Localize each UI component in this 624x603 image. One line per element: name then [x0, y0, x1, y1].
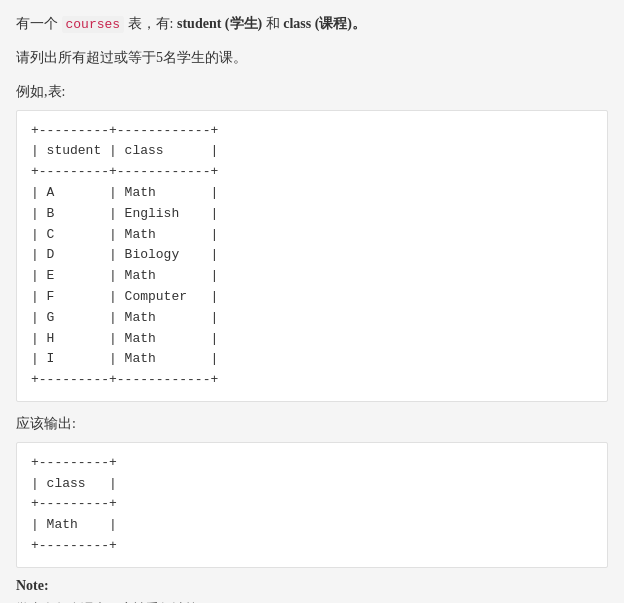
intro-bold1: student (学生): [177, 16, 262, 31]
note-text: 学生在每个课中不应被重复计算。: [16, 598, 608, 603]
example-label: 例如,表:: [16, 80, 608, 104]
output-label: 应该输出:: [16, 412, 608, 436]
intro-line1-mid: 和: [262, 16, 283, 31]
note-section: Note: 学生在每个课中不应被重复计算。: [16, 578, 608, 603]
note-label: Note:: [16, 578, 608, 594]
intro-bold2: class (课程)。: [283, 16, 366, 31]
intro-line1-prefix: 有一个: [16, 16, 62, 31]
example-table: +---------+------------+ | student | cla…: [16, 110, 608, 402]
intro-code: courses: [62, 16, 125, 33]
intro-line1-suffix: 表，有:: [124, 16, 177, 31]
output-table: +---------+ | class | +---------+ | Math…: [16, 442, 608, 568]
intro-paragraph: 有一个 courses 表，有: student (学生) 和 class (课…: [16, 12, 608, 36]
intro-line2: 请列出所有超过或等于5名学生的课。: [16, 46, 608, 70]
